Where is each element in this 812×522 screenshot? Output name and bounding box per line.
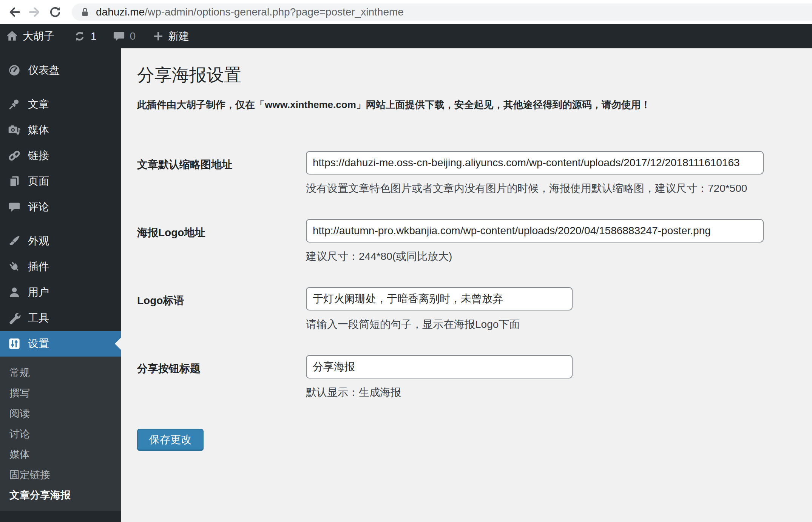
url-domain: dahuzi.me [96,6,145,18]
url-path: /wp-admin/options-general.php?page=poste… [145,6,404,18]
sidebar-item-appearance[interactable]: 外观 [0,228,121,254]
sidebar-item-label: 媒体 [28,123,49,137]
field-help: 请输入一段简短的句子，显示在海报Logo下面 [306,317,573,332]
sidebar-item-settings[interactable]: 设置 [0,331,121,357]
menu-separator [0,220,121,228]
forward-arrow-icon [28,5,42,19]
form-row-logo-url: 海报Logo地址 建议尺寸：244*80(或同比放大) [137,219,812,264]
submenu-item-poster[interactable]: 文章分享海报 [0,485,121,505]
field-label: 文章默认缩略图地址 [137,151,306,196]
wrench-icon [8,311,21,325]
submenu-item-discussion[interactable]: 讨论 [0,424,121,444]
form-row-share-button-title: 分享按钮标题 默认显示：生成海报 [137,355,812,400]
share-button-title-input[interactable] [306,355,573,378]
sidebar-item-links[interactable]: 链接 [0,143,121,168]
sidebar-item-label: 工具 [28,311,49,325]
browser-forward-button[interactable] [27,5,42,20]
form-row-thumbnail-url: 文章默认缩略图地址 没有设置文章特色图片或者文章内没有图片的时候，海报使用默认缩… [137,151,812,196]
thumbnail-url-input[interactable] [306,151,764,175]
sidebar-item-label: 外观 [28,234,49,248]
sidebar-item-label: 页面 [28,174,49,188]
submenu-item-media[interactable]: 媒体 [0,444,121,465]
reload-icon [48,5,62,19]
address-bar[interactable]: dahuzi.me/wp-admin/options-general.php?p… [72,3,812,21]
dashboard-icon [8,63,21,77]
sidebar-item-label: 链接 [28,148,49,163]
pushpin-icon [8,97,21,111]
field-label: 海报Logo地址 [137,219,306,264]
adminbar-comments[interactable]: 0 [113,24,136,48]
field-help: 没有设置文章特色图片或者文章内没有图片的时候，海报使用默认缩略图，建议尺寸：72… [306,181,764,196]
plugin-notice: 此插件由大胡子制作，仅在「www.xintheme.com」网站上面提供下载，安… [137,99,812,110]
poster-settings-form: 文章默认缩略图地址 没有设置文章特色图片或者文章内没有图片的时候，海报使用默认缩… [137,151,812,450]
field-help: 建议尺寸：244*80(或同比放大) [306,249,764,264]
comment-count: 0 [130,30,136,42]
sidebar-item-media[interactable]: 媒体 [0,117,121,143]
submenu-item-writing[interactable]: 撰写 [0,383,121,403]
site-name: 大胡子 [23,29,54,43]
sidebar-item-label: 评论 [28,200,49,214]
sidebar-item-label: 仪表盘 [28,63,60,77]
lock-icon [79,6,91,18]
plus-icon [152,30,164,42]
submenu-item-general[interactable]: 常规 [0,363,121,383]
update-count: 1 [91,30,97,42]
form-row-logo-slogan: Logo标语 请输入一段简短的句子，显示在海报Logo下面 [137,287,812,332]
field-label: 分享按钮标题 [137,355,306,400]
page-title: 分享海报设置 [137,63,812,86]
settings-submenu: 常规 撰写 阅读 讨论 媒体 固定链接 文章分享海报 [0,357,121,511]
admin-sidebar: 仪表盘 文章 媒体 链接 页面 [0,48,121,522]
wp-admin-bar: 大胡子 1 0 新建 [0,24,812,48]
logo-url-input[interactable] [306,219,764,242]
plug-icon [8,260,21,273]
sidebar-item-pages[interactable]: 页面 [0,168,121,194]
settings-sliders-icon [8,337,21,351]
chain-link-icon [8,149,21,162]
logo-slogan-input[interactable] [306,287,573,310]
sidebar-item-posts[interactable]: 文章 [0,91,121,117]
menu-separator [0,83,121,91]
adminbar-site-link[interactable]: 大胡子 [5,24,54,48]
browser-chrome: dahuzi.me/wp-admin/options-general.php?p… [0,0,812,24]
camera-icon [8,123,21,137]
browser-back-button[interactable] [7,5,22,20]
sidebar-item-label: 文章 [28,97,49,111]
submenu-item-reading[interactable]: 阅读 [0,403,121,424]
sidebar-item-comments[interactable]: 评论 [0,194,121,220]
sidebar-item-label: 插件 [28,259,49,274]
pages-icon [8,175,21,188]
sidebar-item-label: 用户 [28,285,49,300]
comment-bubble-icon [113,30,125,43]
user-icon [8,286,21,299]
paintbrush-icon [8,234,21,248]
adminbar-new-button[interactable]: 新建 [152,24,189,48]
browser-reload-button[interactable] [48,5,63,20]
field-label: Logo标语 [137,287,306,332]
adminbar-updates[interactable]: 1 [73,24,97,48]
field-help: 默认显示：生成海报 [306,385,573,400]
new-label: 新建 [168,29,189,43]
sidebar-item-plugins[interactable]: 插件 [0,254,121,280]
save-changes-button[interactable]: 保存更改 [137,429,204,450]
sidebar-item-users[interactable]: 用户 [0,280,121,305]
sidebar-item-dashboard[interactable]: 仪表盘 [0,57,121,83]
settings-page: 分享海报设置 此插件由大胡子制作，仅在「www.xintheme.com」网站上… [121,48,812,522]
submenu-item-permalinks[interactable]: 固定链接 [0,465,121,485]
comments-icon [8,200,21,214]
update-icon [73,30,86,43]
back-arrow-icon [7,5,22,19]
home-icon [5,29,19,43]
sidebar-item-tools[interactable]: 工具 [0,305,121,331]
sidebar-item-label: 设置 [28,337,49,351]
